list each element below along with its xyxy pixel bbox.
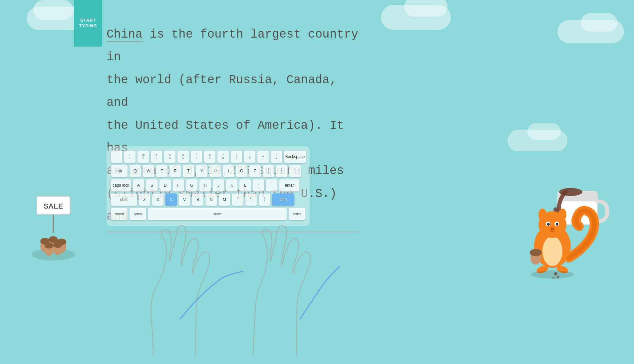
svg-point-37 [552, 277, 554, 279]
key-v[interactable]: V [178, 193, 190, 206]
key-5[interactable]: %5 [177, 150, 189, 163]
svg-point-13 [53, 242, 62, 248]
key-p[interactable]: P [249, 165, 261, 177]
key-9[interactable]: (9 [230, 150, 242, 163]
key-c[interactable]: C [165, 193, 177, 206]
key-shift-left[interactable]: shift [111, 193, 137, 206]
key-row-numbers: ~` !1 @2 #3 $4 %5 ^6 &7 *8 (9 )0 _- += B… [111, 150, 306, 163]
key-tilde[interactable]: ~` [111, 150, 123, 163]
cloud-mid-right-puff [527, 123, 561, 140]
key-w[interactable]: W [143, 165, 155, 177]
svg-point-27 [547, 223, 550, 226]
key-y[interactable]: Y [196, 165, 208, 177]
svg-point-24 [558, 209, 566, 221]
key-m[interactable]: M [218, 193, 230, 206]
key-4[interactable]: $4 [164, 150, 176, 163]
key-comma[interactable]: <, [232, 193, 244, 206]
key-o[interactable]: O [236, 165, 248, 177]
key-row-bottom: control option space option [111, 208, 306, 220]
key-x[interactable]: X [152, 193, 164, 206]
key-backslash[interactable]: |\ [289, 165, 301, 177]
key-2[interactable]: @2 [137, 150, 149, 163]
svg-point-31 [530, 249, 542, 256]
key-k[interactable]: K [226, 179, 238, 192]
key-q[interactable]: Q [129, 165, 141, 177]
key-b[interactable]: B [192, 193, 204, 206]
key-a[interactable]: A [133, 179, 145, 192]
cloud-left-puff [33, 0, 73, 20]
key-1[interactable]: !1 [124, 150, 136, 163]
key-capslock[interactable]: caps lock [111, 179, 131, 192]
key-t[interactable]: T [182, 165, 194, 177]
key-backspace[interactable]: Backspace [284, 150, 306, 163]
cloud-right1-puff [404, 0, 448, 17]
svg-point-35 [554, 272, 557, 275]
key-row-zxcv: shift Z X C V B N M <, >. ?/ shift [111, 193, 306, 206]
key-slash[interactable]: ?/ [258, 193, 270, 206]
key-f[interactable]: F [172, 179, 184, 192]
key-row-qwerty: tab Q W E R T Y U I O P {[ }] |\ [111, 165, 306, 177]
key-j[interactable]: J [212, 179, 224, 192]
key-shift-right[interactable]: shift [272, 193, 294, 206]
key-0[interactable]: )0 [244, 150, 256, 163]
key-equals[interactable]: += [270, 150, 282, 163]
key-r[interactable]: R [169, 165, 181, 177]
key-u[interactable]: U [209, 165, 221, 177]
key-e[interactable]: E [156, 165, 168, 177]
key-quote[interactable]: "' [266, 179, 278, 192]
svg-point-36 [557, 276, 559, 278]
key-d[interactable]: D [159, 179, 171, 192]
key-g[interactable]: G [186, 179, 198, 192]
svg-point-28 [556, 223, 558, 226]
svg-point-17 [553, 207, 558, 212]
key-control[interactable]: control [111, 208, 128, 220]
key-3[interactable]: #3 [151, 150, 162, 163]
keyboard-container: ~` !1 @2 #3 $4 %5 ^6 &7 *8 (9 )0 _- += B… [107, 146, 310, 226]
key-rbracket[interactable]: }] [276, 165, 288, 177]
start-typing-button[interactable]: START TYPING [74, 0, 102, 47]
key-z[interactable]: Z [139, 193, 151, 206]
key-s[interactable]: S [146, 179, 158, 192]
key-minus[interactable]: _- [257, 150, 269, 163]
key-space[interactable]: space [148, 208, 287, 220]
key-option-right[interactable]: option [288, 208, 306, 220]
svg-point-21 [542, 236, 562, 266]
key-n[interactable]: N [205, 193, 217, 206]
key-6[interactable]: ^6 [190, 150, 202, 163]
svg-point-11 [45, 243, 53, 249]
text-line2: the world (after Russia, Canada, and [107, 69, 360, 114]
squirrel-illustration [504, 185, 614, 288]
cloud-right2-puff [581, 13, 617, 32]
svg-point-23 [538, 209, 546, 221]
key-lbracket[interactable]: {[ [262, 165, 274, 177]
key-tab[interactable]: tab [111, 165, 128, 177]
key-option-left[interactable]: option [129, 208, 147, 220]
key-i[interactable]: I [222, 165, 234, 177]
svg-point-34 [531, 271, 574, 278]
keyboard: ~` !1 @2 #3 $4 %5 ^6 &7 *8 (9 )0 _- += B… [107, 146, 310, 226]
svg-point-7 [49, 236, 58, 243]
key-h[interactable]: H [199, 179, 211, 192]
sale-illustration: SALE [18, 193, 88, 270]
key-enter[interactable]: enter [279, 179, 300, 192]
key-period[interactable]: >. [245, 193, 257, 206]
key-semicolon[interactable]: :; [252, 179, 264, 192]
text-line1: China is the fourth largest country in [107, 23, 360, 69]
key-8[interactable]: *8 [217, 150, 229, 163]
key-row-asdf: caps lock A S D F G H J K L :; "' enter [111, 179, 306, 192]
key-l[interactable]: L [239, 179, 251, 192]
svg-text:SALE: SALE [44, 202, 63, 210]
key-7[interactable]: &7 [204, 150, 216, 163]
svg-point-29 [550, 228, 554, 230]
